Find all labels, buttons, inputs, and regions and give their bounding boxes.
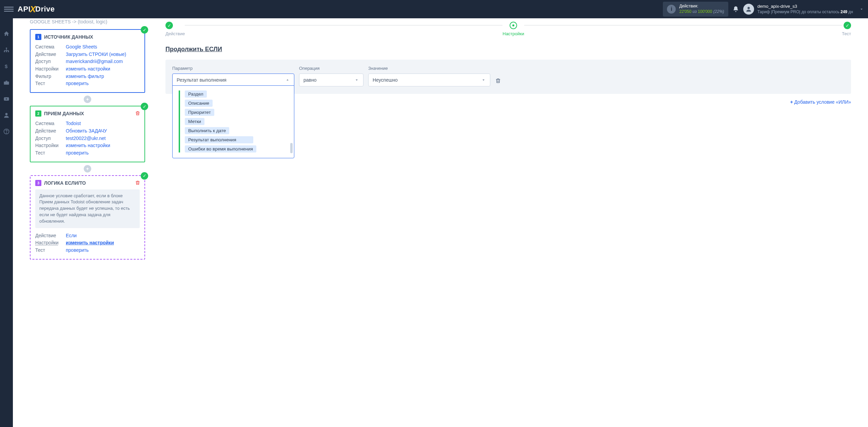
dropdown-option[interactable]: Приоритет [185,109,214,116]
step-number: 2 [35,110,41,117]
dest-test-link[interactable]: проверить [66,149,89,157]
breadcrumb: GOOGLE SHEETS -> (todoist, logic) [30,18,145,29]
delete-icon[interactable] [135,110,140,116]
step-done-icon: ✓ [165,22,173,29]
card-destination: ✓ 2ПРИЕМ ДАННЫХ СистемаTodoist ДействиеО… [30,106,145,162]
bell-icon[interactable] [732,6,739,13]
svg-rect-7 [6,81,7,82]
nav-user-icon[interactable] [3,112,10,119]
actions-text: Действия: 22'050 из 100'000 (22%) [679,4,724,14]
condition-panel: Параметр Результат выполнения Раздел Опи… [165,60,851,94]
value-select[interactable]: Неуспешно [368,74,490,86]
source-filter-link[interactable]: изменить фильтр [66,73,104,80]
check-icon: ✓ [141,172,148,180]
scrollbar[interactable] [290,90,293,153]
dropdown-option[interactable]: Ошибки во время выполнения [185,145,256,152]
card-title: ИСТОЧНИК ДАННЫХ [44,34,93,40]
check-icon: ✓ [141,26,148,34]
logo[interactable]: API X Drive [18,4,55,15]
dropdown-option-selected[interactable]: Результат выполнения [185,136,240,143]
step-done-icon: ✓ [844,22,851,29]
hamburger-menu[interactable] [4,4,14,14]
param-label: Параметр [172,66,294,71]
svg-point-9 [5,113,8,115]
card-title: ЛОГИКА ЕСЛИ/ТО [44,180,86,186]
top-bar: API X Drive i Действия: 22'050 из 100'00… [0,0,868,18]
add-step-button[interactable]: + [84,165,91,172]
step-number: 3 [35,180,41,186]
svg-rect-3 [6,51,7,52]
svg-point-0 [747,7,750,9]
chevron-down-icon [859,7,864,12]
nav-video-icon[interactable] [3,96,10,102]
source-system-link[interactable]: Google Sheets [66,43,97,51]
operation-label: Операция [299,66,363,71]
value-label: Значение [368,66,490,71]
dropdown-option[interactable]: Выполнить к дате [185,127,229,134]
param-dropdown: Раздел Описание Приоритет Метки Выполнит… [172,85,294,158]
chevron-down-icon [481,78,486,82]
dest-system-link[interactable]: Todoist [66,120,81,127]
step-number: 1 [35,34,41,40]
section-title: Продолжить ЕСЛИ [165,46,851,53]
info-icon: i [667,5,676,14]
dest-settings-link[interactable]: изменить настройки [66,142,110,149]
svg-rect-2 [4,51,5,52]
svg-point-11 [6,133,6,133]
source-access-link[interactable]: maverickandrii@gmail.com [66,58,123,65]
param-select[interactable]: Результат выполнения [172,74,294,86]
card-title: ПРИЕМ ДАННЫХ [44,111,84,116]
nav-home-icon[interactable] [3,30,10,37]
avatar-icon [743,4,754,15]
chevron-down-icon [354,78,359,82]
user-menu[interactable]: demo_apix-drive_s3 Тариф |Премиум PRO| д… [743,4,864,15]
user-text: demo_apix-drive_s3 Тариф |Премиум PRO| д… [757,4,853,15]
svg-rect-1 [6,48,7,49]
logic-note: Данное условие сработает, если в блоке П… [35,189,140,228]
actions-counter[interactable]: i Действия: 22'050 из 100'000 (22%) [663,2,728,16]
left-nav: $ [0,18,13,273]
svg-text:$: $ [5,63,8,69]
card-logic: ✓ 3ЛОГИКА ЕСЛИ/ТО Данное условие сработа… [30,175,145,260]
chevron-up-icon [285,78,290,82]
logic-action-link[interactable]: Если [66,232,77,240]
step-label: Настройки [502,31,524,36]
nav-dollar-icon[interactable]: $ [3,63,10,70]
add-step-button[interactable]: + [84,96,91,103]
nav-connections-icon[interactable] [3,47,10,54]
dest-action-link[interactable]: Обновить ЗАДАЧУ [66,127,107,135]
nav-briefcase-icon[interactable] [3,79,10,86]
nav-help-icon[interactable] [3,128,10,135]
source-settings-link[interactable]: изменить настройки [66,65,110,73]
dropdown-option[interactable]: Метки [185,118,204,125]
dest-access-link[interactable]: test20022@ukr.net [66,135,106,142]
dropdown-option[interactable]: Описание [185,100,213,107]
dropdown-option[interactable]: Раздел [185,90,207,98]
delete-icon[interactable] [135,180,140,185]
source-action-link[interactable]: Загрузить СТРОКИ (новые) [66,51,126,58]
check-icon: ✓ [141,103,148,110]
card-source: ✓ 1ИСТОЧНИК ДАННЫХ СистемаGoogle Sheets … [30,29,145,93]
delete-condition-icon[interactable] [495,78,501,84]
svg-rect-6 [4,82,9,85]
logo-drive: Drive [35,5,55,14]
logic-settings-link[interactable]: изменить настройки [66,239,114,247]
step-label: Тест [842,31,851,36]
step-label: Действие [165,31,185,36]
stepper: ✓ Действие Настройки ✓ Тест [165,22,851,36]
logo-api: API [18,5,31,14]
logic-test-link[interactable]: проверить [66,247,89,254]
operation-select[interactable]: равно [299,74,363,86]
step-current-icon [510,22,517,29]
source-test-link[interactable]: проверить [66,80,89,87]
svg-rect-4 [8,51,9,52]
